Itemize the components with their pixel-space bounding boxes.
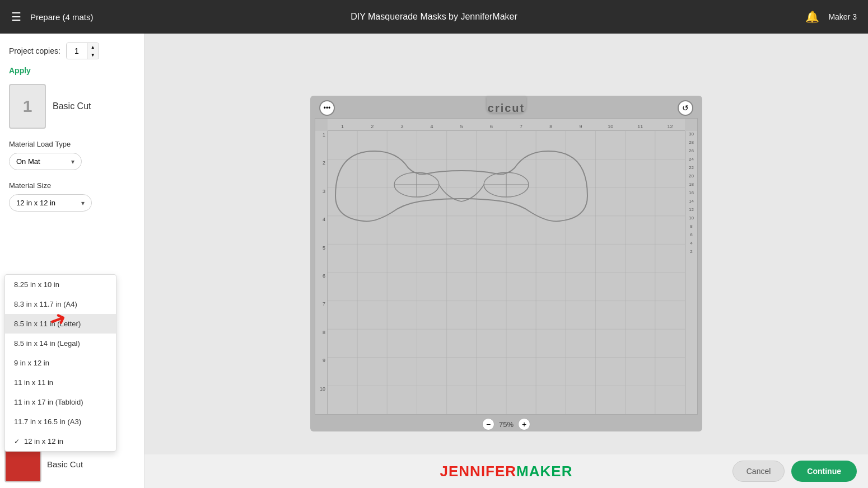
right-ruler-26: 26 [685, 145, 697, 153]
selected-size-label: 12 in x 12 in [16, 199, 55, 207]
size-option-5-label: 9 in x 12 in [14, 359, 49, 367]
ruler-num-10: 10 [596, 124, 626, 129]
spin-down-btn[interactable]: ▼ [87, 51, 99, 59]
left-ruler: 1 2 3 4 5 6 7 8 9 10 [315, 131, 328, 414]
ruler-num-11: 11 [626, 124, 655, 129]
header: ☰ Prepare (4 mats) DIY Masquerade Masks … [0, 0, 868, 34]
ruler-num-7: 7 [506, 124, 536, 129]
ruler-num-2: 2 [357, 124, 387, 129]
cancel-button[interactable]: Cancel [732, 461, 785, 482]
maker-text: MAKER [516, 463, 572, 480]
left-ruler-8: 8 [315, 330, 327, 358]
right-ruler-12: 12 [685, 204, 697, 212]
masquerade-mask-svg [330, 140, 593, 238]
size-option-5[interactable]: 9 in x 12 in [5, 353, 116, 373]
size-option-3-label: 8.5 in x 11 in (Letter) [14, 320, 81, 328]
right-ruler-2: 2 [685, 246, 697, 254]
size-option-1[interactable]: 8.25 in x 10 in [5, 275, 116, 294]
ruler-num-5: 5 [447, 124, 477, 129]
size-option-6[interactable]: 11 in x 11 in [5, 373, 116, 392]
header-title: Prepare (4 mats) [30, 12, 94, 22]
size-option-9[interactable]: ✓ 12 in x 12 in [5, 431, 116, 451]
menu-icon[interactable]: ☰ [11, 10, 21, 24]
second-mat-label: Basic Cut [47, 459, 83, 469]
ruler-num-9: 9 [566, 124, 595, 129]
size-option-4[interactable]: 8.5 in x 14 in (Legal) [5, 334, 116, 353]
size-option-7-label: 11 in x 17 in (Tabloid) [14, 398, 83, 406]
material-size-dropdown[interactable]: 12 in x 12 in ▾ [9, 194, 92, 212]
left-ruler-4: 4 [315, 217, 327, 245]
right-ruler-14: 14 [685, 195, 697, 204]
size-option-7[interactable]: 11 in x 17 in (Tabloid) [5, 392, 116, 412]
material-load-type-label: Material Load Type [9, 140, 135, 148]
ruler-num-12: 12 [655, 124, 685, 129]
mat-number: 1 [23, 97, 32, 116]
on-mat-label: On Mat [16, 157, 40, 166]
left-ruler-2: 2 [315, 160, 327, 188]
continue-button[interactable]: Continue [791, 461, 857, 482]
mat-thumbnail-area: 1 Basic Cut [9, 84, 135, 129]
size-option-3[interactable]: 8.5 in x 11 in (Letter) [5, 314, 116, 334]
refresh-icon[interactable]: ↺ [678, 100, 693, 116]
right-ruler-16: 16 [685, 187, 697, 195]
left-panel: Project copies: ▲ ▼ Apply 1 Basic Cut Ma… [0, 34, 144, 488]
right-ruler-18: 18 [685, 179, 697, 187]
right-ruler-8: 8 [685, 220, 697, 229]
left-ruler-10: 10 [315, 386, 327, 414]
more-options-icon[interactable]: ••• [319, 100, 335, 116]
top-ruler: 1 2 3 4 5 6 7 8 9 10 11 12 [328, 119, 685, 131]
right-ruler-30: 30 [685, 131, 697, 137]
right-ruler-6: 6 [685, 229, 697, 237]
footer-actions: Cancel Continue [732, 461, 857, 482]
left-ruler-5: 5 [315, 245, 327, 273]
copies-spinners: ▲ ▼ [87, 43, 99, 59]
left-ruler-6: 6 [315, 273, 327, 301]
zoom-plus-btn[interactable]: + [518, 418, 530, 430]
right-ruler-20: 20 [685, 170, 697, 179]
mat-thumbnail: 1 [9, 84, 46, 129]
left-ruler-9: 9 [315, 358, 327, 386]
size-option-4-label: 8.5 in x 14 in (Legal) [14, 339, 80, 348]
project-copies-row: Project copies: ▲ ▼ [9, 43, 135, 59]
right-ruler: 30 28 26 24 22 20 18 16 14 12 10 8 6 4 2 [685, 131, 697, 414]
material-size-label: Material Size [9, 181, 135, 190]
spin-up-btn[interactable]: ▲ [87, 43, 99, 51]
zoom-level: 75% [499, 420, 514, 429]
left-ruler-3: 3 [315, 189, 327, 217]
size-option-8-label: 11.7 in x 16.5 in (A3) [14, 417, 81, 426]
mat-icon-group: ••• [319, 100, 335, 116]
zoom-minus-btn[interactable]: − [482, 418, 494, 430]
mat-header: ••• cricut ↺ [310, 96, 702, 118]
on-mat-dropdown[interactable]: On Mat ▾ [9, 153, 82, 170]
ruler-num-6: 6 [477, 124, 506, 129]
size-option-2[interactable]: 8.3 in x 11.7 in (A4) [5, 294, 116, 314]
jennifer-maker-logo: JENNIFERMAKER [440, 463, 573, 480]
jennifer-text: JENNIFER [440, 463, 517, 480]
cricut-logo: cricut [488, 102, 525, 115]
ruler-num-3: 3 [387, 124, 417, 129]
bell-icon[interactable]: 🔔 [805, 10, 819, 24]
right-ruler-22: 22 [685, 162, 697, 170]
ruler-grid-area: 1 2 3 4 5 6 7 8 9 10 11 12 [315, 118, 698, 415]
maker-label: Maker 3 [828, 12, 857, 21]
ruler-num-4: 4 [417, 124, 447, 129]
canvas-container: ••• cricut ↺ 1 2 3 4 5 6 7 8 [310, 96, 702, 431]
size-option-6-label: 11 in x 11 in [14, 378, 53, 387]
left-ruler-7: 7 [315, 301, 327, 329]
size-option-2-label: 8.3 in x 11.7 in (A4) [14, 300, 77, 308]
left-ruler-1: 1 [315, 131, 327, 160]
copies-input[interactable] [67, 43, 87, 59]
size-option-8[interactable]: 11.7 in x 16.5 in (A3) [5, 412, 116, 431]
check-icon: ✓ [14, 438, 20, 445]
apply-button[interactable]: Apply [9, 66, 31, 75]
footer: JENNIFERMAKER Cancel Continue [144, 454, 868, 488]
size-option-9-label: 12 in x 12 in [24, 437, 63, 445]
right-ruler-4: 4 [685, 237, 697, 246]
main-area: ••• cricut ↺ 1 2 3 4 5 6 7 8 [144, 34, 868, 488]
material-size-dropdown-menu: 8.25 in x 10 in 8.3 in x 11.7 in (A4) 8.… [4, 274, 116, 452]
ruler-num-8: 8 [536, 124, 566, 129]
material-label: Basic Cut [53, 101, 91, 111]
right-ruler-28: 28 [685, 137, 697, 145]
grid-area [328, 131, 685, 414]
right-ruler-24: 24 [685, 153, 697, 162]
